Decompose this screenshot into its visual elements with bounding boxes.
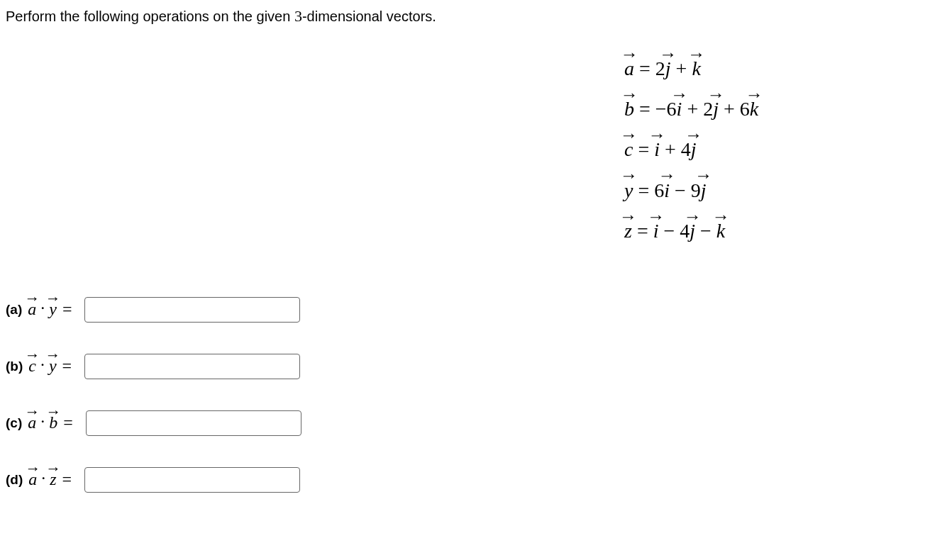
part-a: (a) <box>6 302 22 318</box>
instruction-three: 3 <box>294 7 302 25</box>
part-d: (d) <box>6 472 23 488</box>
instruction-suffix: -dimensional vectors. <box>302 9 436 24</box>
equals-sign: = <box>62 470 72 489</box>
qb-v1: c <box>28 357 36 376</box>
answer-c-input[interactable] <box>86 410 301 436</box>
question-c-label: (c) a · b = <box>6 413 79 432</box>
dot-icon: · <box>40 298 45 318</box>
unit-i: i <box>653 212 659 250</box>
answer-d-input[interactable] <box>84 467 300 493</box>
questions-block: (a) a · y = (b) c · y = (c) a · b = (d) <box>6 297 946 493</box>
qc-v1: a <box>28 413 36 432</box>
question-c-row: (c) a · b = <box>6 410 946 436</box>
unit-j: j <box>701 172 707 209</box>
unit-i: i <box>664 172 670 209</box>
unit-k: k <box>692 50 700 87</box>
part-b: (b) <box>6 359 23 374</box>
vector-c-def: c = i + 4j <box>624 130 758 168</box>
vector-z-def: z = i − 4j − k <box>624 212 758 250</box>
unit-i: i <box>677 90 682 128</box>
equals-sign: = <box>62 357 72 376</box>
qb-v2: y <box>49 357 57 376</box>
question-b-label: (b) c · y = <box>6 357 77 376</box>
question-b-row: (b) c · y = <box>6 354 946 379</box>
dot-icon: · <box>40 412 45 431</box>
question-a-label: (a) a · y = <box>6 300 77 319</box>
qc-v2: b <box>49 413 57 432</box>
equals-sign: = <box>63 413 73 432</box>
question-d-label: (d) a · z = <box>6 470 77 489</box>
unit-k: k <box>750 90 758 128</box>
unit-k: k <box>716 212 725 250</box>
unit-j: j <box>690 212 695 250</box>
qd-v2: z <box>50 470 56 489</box>
unit-j: j <box>713 90 719 128</box>
answer-a-input[interactable] <box>84 297 300 323</box>
qa-v2: y <box>49 300 57 319</box>
equals-sign: = <box>62 300 72 319</box>
vectors-definition: a = 2j + k b = −6i + 2j + 6k c = i + 4j … <box>624 50 758 252</box>
part-c: (c) <box>6 415 22 431</box>
qa-v1: a <box>28 300 36 319</box>
answer-b-input[interactable] <box>84 354 300 379</box>
instruction-prefix: Perform the following operations on the … <box>6 9 294 24</box>
question-d-row: (d) a · z = <box>6 467 946 493</box>
instruction-text: Perform the following operations on the … <box>6 6 946 28</box>
vector-a-def: a = 2j + k <box>624 50 758 87</box>
dot-icon: · <box>40 355 45 374</box>
qd-v1: a <box>28 470 37 489</box>
question-a-row: (a) a · y = <box>6 297 946 323</box>
vector-z-sym: z <box>624 212 632 250</box>
